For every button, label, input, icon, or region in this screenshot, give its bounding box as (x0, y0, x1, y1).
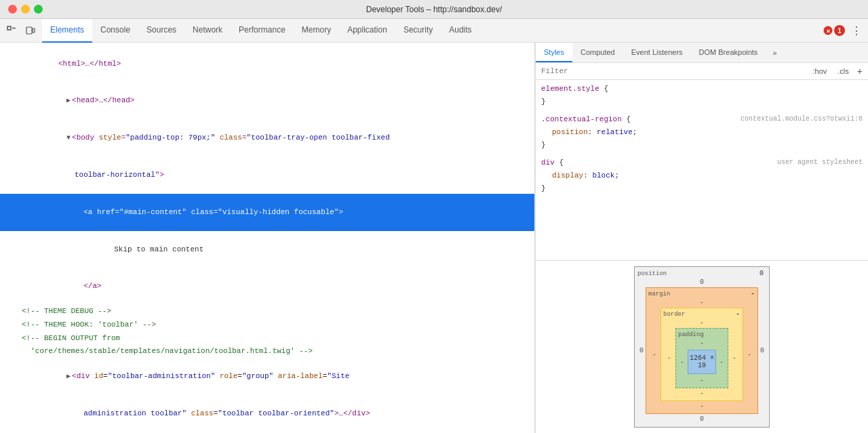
border-label: border (663, 311, 685, 318)
margin-right: - (743, 308, 755, 401)
css-rule-close: } (541, 182, 863, 195)
filter-plus-button[interactable]: + (857, 66, 863, 77)
close-button[interactable] (8, 5, 17, 14)
css-rule-header: element.style { (541, 83, 863, 96)
html-line-selected[interactable]: <a href="#main-content" class="visually-… (0, 194, 534, 231)
style-tab-dom-breakpoints[interactable]: DOM Breakpoints (691, 43, 766, 62)
tab-application[interactable]: Application (339, 19, 395, 43)
html-line: 'core/themes/stable/templates/navigation… (0, 345, 534, 358)
css-rule-contextual-region: .contextual-region contextual.module.css… (541, 113, 863, 151)
padding-label: padding (678, 331, 704, 338)
html-line: toolbar-horizontal"> (0, 157, 534, 194)
error-count: 1 (834, 25, 845, 36)
border-value: - (736, 310, 740, 318)
content-size: 1264 × 19 (690, 354, 714, 369)
html-line: <!-- THEME HOOK: 'toolbar' --> (0, 318, 534, 332)
html-line: Skip to main content (0, 231, 534, 268)
svg-rect-0 (7, 26, 11, 30)
box-bottom-0: 0 (637, 415, 766, 423)
padding-top: - (678, 339, 726, 347)
box-position: position 0 0 0 margin - - (634, 266, 770, 428)
tab-performance[interactable]: Performance (231, 19, 294, 43)
border-row: - padding - (663, 328, 741, 388)
margin-left: - (648, 308, 660, 401)
style-tab-styles[interactable]: Styles (536, 43, 572, 62)
box-margin: margin - - - border (646, 287, 758, 414)
border-right: - (728, 328, 741, 388)
html-line: <!-- BEGIN OUTPUT from (0, 332, 534, 346)
tab-elements[interactable]: Elements (42, 19, 92, 43)
position-label: position (637, 270, 667, 277)
box-top-0: 0 (637, 279, 766, 286)
css-selector: element.style (541, 85, 599, 93)
styles-panel: Styles Computed Event Listeners DOM Brea… (536, 43, 868, 433)
padding-left: - (678, 348, 686, 375)
css-source[interactable]: contextual.module.css?otwxi1:6 (741, 113, 863, 125)
tab-security[interactable]: Security (395, 19, 441, 43)
css-property: position: relative; (541, 128, 637, 136)
css-property-line: display: block; (541, 169, 863, 182)
tab-memory[interactable]: Memory (294, 19, 339, 43)
devtools-window: Elements Console Sources Network Perform… (0, 19, 868, 433)
css-property-line: position: relative; (541, 126, 863, 139)
filter-hov-button[interactable]: :hov (810, 66, 830, 77)
tab-console[interactable]: Console (92, 19, 138, 43)
box-border: border - - - (660, 308, 743, 401)
tab-audits[interactable]: Audits (441, 19, 479, 43)
padding-row: - 1264 × 19 - (678, 348, 726, 375)
filter-bar: :hov .cls + (536, 63, 868, 80)
box-middle-row: 0 margin - - - (637, 287, 766, 414)
tab-bar-icons (3, 22, 39, 39)
html-line: </a> (0, 268, 534, 306)
box-left-0: 0 (637, 287, 646, 414)
svg-rect-3 (33, 28, 35, 33)
tab-network[interactable]: Network (184, 19, 231, 43)
main-content-area: <html>…</html> ▶<head>…</head> ▼<body st… (0, 43, 868, 433)
css-rule-header: .contextual-region contextual.module.css… (541, 113, 863, 126)
css-selector: .contextual-region (541, 115, 622, 123)
error-icon: ✕ (823, 26, 833, 35)
tab-sources[interactable]: Sources (138, 19, 184, 43)
css-rule-close: } (541, 139, 863, 152)
html-line: ▶<head>…</head> (0, 83, 534, 120)
inspect-element-button[interactable] (3, 22, 20, 39)
css-rule-element-style: element.style { } (541, 83, 863, 108)
padding-box: padding - - (675, 328, 728, 388)
window-controls (8, 5, 43, 14)
devtools-tab-bar: Elements Console Sources Network Perform… (0, 19, 868, 43)
css-property: display: block; (541, 171, 619, 180)
margin-top: - (648, 299, 755, 306)
border-left: - (663, 328, 675, 388)
tab-bar-right: ✕ 1 ⋮ (823, 22, 865, 39)
device-toggle-button[interactable] (22, 22, 39, 39)
border-top: - (663, 319, 741, 327)
margin-value: - (751, 290, 755, 297)
css-selector: div (541, 159, 555, 167)
minimize-button[interactable] (21, 5, 30, 14)
position-value: 0 (760, 270, 764, 277)
margin-bottom: - (648, 403, 755, 410)
css-rule-header: div user agent stylesheet { (541, 157, 863, 169)
margin-row: - border - - (648, 308, 755, 401)
css-rule-close: } (541, 96, 863, 108)
html-tree[interactable]: <html>…</html> ▶<head>…</head> ▼<body st… (0, 43, 535, 433)
html-line: ▶<div id="toolbar-administration" role="… (0, 358, 534, 396)
style-tab-computed[interactable]: Computed (572, 43, 623, 62)
styles-content: element.style { } .contextual-region con… (536, 80, 868, 260)
margin-label: margin (648, 291, 670, 297)
maximize-button[interactable] (34, 5, 43, 14)
padding-right: - (717, 348, 726, 375)
filter-input[interactable] (541, 67, 805, 75)
css-rule-div: div user agent stylesheet { display: blo… (541, 157, 863, 194)
border-bottom: - (663, 390, 741, 397)
margin-box: margin - - - border (646, 287, 758, 414)
error-indicator: ✕ 1 (823, 25, 845, 36)
style-tab-event-listeners[interactable]: Event Listeners (623, 43, 691, 62)
html-line: <html>…</html> (0, 45, 534, 83)
style-tab-more[interactable]: » (768, 43, 781, 62)
box-right-0: 0 (758, 287, 766, 414)
filter-cls-button[interactable]: .cls (835, 66, 852, 77)
box-model-section: position 0 0 0 margin - - (536, 260, 868, 433)
box-padding: padding - - (675, 328, 728, 388)
more-options-button[interactable]: ⋮ (848, 22, 865, 39)
